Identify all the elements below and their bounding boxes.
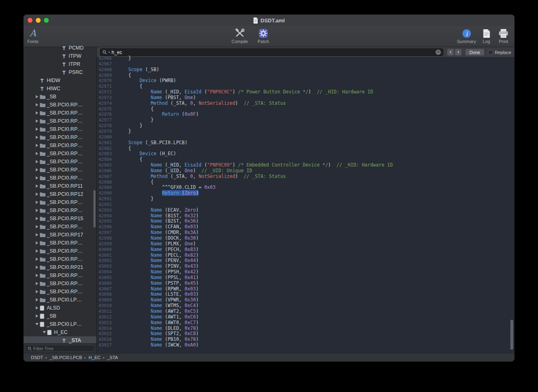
code-line-42978[interactable]: 42978 } — [97, 123, 514, 129]
fonts-button[interactable]: A Fonts — [24, 28, 41, 44]
minimize-button[interactable] — [36, 18, 41, 23]
disclosure-closed-icon[interactable] — [34, 279, 40, 288]
code-line-43012[interactable]: 43012 Name (AWT1, 0xC6) — [97, 314, 514, 320]
disclosure-closed-icon[interactable] — [34, 109, 40, 117]
code-line-42989[interactable]: 42989 ^^^GFX0.CLID = 0x03 — [97, 185, 514, 191]
breadcrumb-item[interactable]: H_EC — [89, 355, 100, 360]
code-line-42995[interactable]: 42995 Name (B2ST, 0x36) — [97, 219, 514, 224]
disclosure-closed-icon[interactable] — [34, 182, 40, 190]
breadcrumb-item[interactable]: _STA — [107, 355, 118, 360]
code-line-43008[interactable]: 43008 Name (LSTE, 0x03) — [97, 292, 514, 297]
disclosure-closed-icon[interactable] — [34, 296, 40, 304]
tree-item-psrc[interactable]: PSRC — [24, 68, 96, 76]
search-options-caret-icon[interactable]: ▾ — [108, 51, 110, 54]
disclosure-closed-icon[interactable] — [34, 166, 40, 174]
done-button[interactable]: Done — [465, 49, 484, 56]
disclosure-closed-icon[interactable] — [34, 206, 40, 214]
code-line-43002[interactable]: 43002 Name (PENV, 0x44) — [97, 258, 514, 264]
search-field[interactable]: ▾ ✕ — [100, 48, 443, 56]
tree-item--sb[interactable]: _SB — [24, 93, 96, 101]
tree-item--sb-pci0-rp-[interactable]: _SB.PCI0.RP… — [24, 141, 96, 149]
filter-field[interactable] — [25, 345, 95, 352]
tree-item--sb-pci0-rp-[interactable]: _SB.PCI0.RP… — [24, 255, 96, 263]
tree-item-h-ec[interactable]: H_EC — [24, 328, 96, 336]
code-line-42970[interactable]: 42970 Device (PWRB) — [97, 78, 514, 84]
filter-tree-input[interactable] — [33, 346, 92, 351]
tree-item-alsd[interactable]: ALSD — [24, 304, 96, 312]
code-line-43006[interactable]: 43006 Name (PSTP, 0x45) — [97, 281, 514, 286]
code-line-43005[interactable]: 43005 Name (PPSL, 0x41) — [97, 275, 514, 281]
code-line-42976[interactable]: 42976 Return (0x0F) — [97, 112, 514, 117]
code-line-42992[interactable]: 42992 — [97, 202, 514, 208]
disclosure-closed-icon[interactable] — [34, 158, 40, 166]
disclosure-closed-icon[interactable] — [34, 190, 40, 198]
code-line-43017[interactable]: 43017 Name (IWCW, 0xA0) — [97, 342, 514, 348]
tree-item--sb-pci0-rp-[interactable]: _SB.PCI0.RP… — [24, 158, 96, 166]
tree-item--sb-pci0-rp-[interactable]: _SB.PCI0.RP… — [24, 247, 96, 255]
tree-item--sb-pci0-rp-[interactable]: _SB.PCI0.RP… — [24, 125, 96, 133]
disclosure-closed-icon[interactable] — [34, 198, 40, 206]
document-proxy-icon[interactable] — [253, 17, 258, 24]
tree-item--sb-pci0-rp-[interactable]: _SB.PCI0.RP… — [24, 109, 96, 117]
tree-item--sb-pci0-rp-[interactable]: _SB.PCI0.RP… — [24, 149, 96, 158]
breadcrumb-item[interactable]: DSDT — [31, 355, 43, 360]
tree-item--sb-pci0-rp21[interactable]: _SB.PCI0.RP21 — [24, 263, 96, 271]
print-button[interactable]: Print — [497, 28, 510, 44]
disclosure-open-icon[interactable] — [34, 320, 40, 328]
disclosure-open-icon[interactable] — [41, 328, 47, 336]
titlebar[interactable]: DSDT.aml — [24, 15, 514, 26]
code-line-42988[interactable]: 42988 { — [97, 180, 514, 185]
disclosure-closed-icon[interactable] — [34, 271, 40, 279]
tree-item--sb-pci0-lp-[interactable]: _SB.PCI0.LP… — [24, 320, 96, 328]
code-line-42984[interactable]: 42984 { — [97, 157, 514, 162]
disclosure-closed-icon[interactable] — [34, 255, 40, 263]
code-line-42993[interactable]: 42993 Name (ECAV, Zero) — [97, 208, 514, 213]
code-line-43010[interactable]: 43010 Name (WTMS, 0xC4) — [97, 303, 514, 309]
clear-search-icon[interactable]: ✕ — [436, 50, 441, 55]
zoom-button[interactable] — [44, 18, 49, 23]
disclosure-closed-icon[interactable] — [34, 125, 40, 133]
compile-button[interactable]: Compile — [230, 28, 249, 44]
code-line-43013[interactable]: 43013 Name (AWT0, 0xC7) — [97, 320, 514, 326]
disclosure-closed-icon[interactable] — [34, 288, 40, 296]
tree-item--sb-pci0-rp-[interactable]: _SB.PCI0.RP… — [24, 117, 96, 125]
disclosure-closed-icon[interactable] — [34, 174, 40, 182]
tree-item--sb-pci0-rp15[interactable]: _SB.PCI0.RP15 — [24, 214, 96, 223]
code-line-43003[interactable]: 43003 Name (PINV, 0x43) — [97, 264, 514, 269]
code-line-42971[interactable]: 42971 { — [97, 84, 514, 89]
code-line-43009[interactable]: 43009 Name (VPWR, 0x30) — [97, 297, 514, 303]
disclosure-closed-icon[interactable] — [34, 117, 40, 125]
code-line-42967[interactable]: 42967 — [97, 61, 514, 67]
tree-item--sb-pci0-rp-[interactable]: _SB.PCI0.RP… — [24, 206, 96, 214]
code-line-42966[interactable]: 42966 } — [97, 56, 514, 61]
code-line-43016[interactable]: 43016 Name (PB10, 0x78) — [97, 337, 514, 342]
code-line-42987[interactable]: 42987 Method (_STA, 0, NotSerialized) //… — [97, 174, 514, 180]
editor-scrollbar[interactable] — [510, 320, 513, 350]
code-line-42985[interactable]: 42985 Name (_HID, EisaId ("PNP0C09") /* … — [97, 162, 514, 168]
disclosure-closed-icon[interactable] — [34, 239, 40, 247]
code-line-42990[interactable]: 42990 Return (Zero) — [97, 191, 514, 196]
code-line-42982[interactable]: 42982 { — [97, 146, 514, 152]
tree-item--sb[interactable]: _SB — [24, 312, 96, 320]
tree-item--sb-pci0-rp-[interactable]: _SB.PCI0.RP… — [24, 174, 96, 182]
tree-item--sb-pci0-rp-[interactable]: _SB.PCI0.RP… — [24, 239, 96, 247]
breadcrumb-item[interactable]: _SB.PCI0.LPCB — [50, 355, 82, 360]
disclosure-closed-icon[interactable] — [34, 263, 40, 271]
tree-item-pcmd[interactable]: PCMD — [24, 44, 96, 52]
tree-item-hidw[interactable]: HIDW — [24, 76, 96, 84]
tree-item--sb-pci0-rp-[interactable]: _SB.PCI0.RP… — [24, 166, 96, 174]
tree-item--sb-pci0-rp-[interactable]: _SB.PCI0.RP… — [24, 288, 96, 296]
code-line-42994[interactable]: 42994 Name (B1ST, 0x32) — [97, 213, 514, 219]
code-line-43011[interactable]: 43011 Name (AWT2, 0xC5) — [97, 309, 514, 314]
summary-button[interactable]: i Summary — [457, 28, 476, 44]
code-line-42980[interactable]: 42980 — [97, 134, 514, 140]
tree-item--sb-pci0-rp-[interactable]: _SB.PCI0.RP… — [24, 223, 96, 231]
code-line-42977[interactable]: 42977 } — [97, 117, 514, 123]
code-line-42969[interactable]: 42969 { — [97, 73, 514, 78]
code-lines[interactable]: 42966 }4296742968 Scope (_SB)42969 {4297… — [97, 56, 514, 353]
code-line-42981[interactable]: 42981 Scope (_SB.PCI0.LPCB) — [97, 140, 514, 146]
find-next-button[interactable]: › — [455, 49, 462, 56]
disclosure-closed-icon[interactable] — [34, 304, 40, 312]
disclosure-closed-icon[interactable] — [34, 231, 40, 239]
tree-item-itpw[interactable]: ITPW — [24, 52, 96, 60]
